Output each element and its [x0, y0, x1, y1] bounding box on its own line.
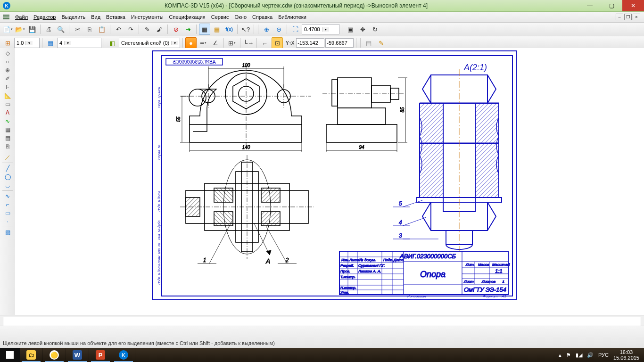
copy-props-button[interactable]: 🖌 [154, 24, 165, 35]
menu-help[interactable]: Справка [249, 13, 275, 21]
snap-button[interactable]: ⊞ [2, 37, 13, 49]
system-tray: ▴ ⚑ ▮◢ 🔊 РУС 16:0315.06.2015 [554, 349, 644, 361]
vt-geometry[interactable]: ◇ [2, 49, 13, 58]
vt-aux[interactable]: ╱ [2, 164, 13, 173]
help-cursor-button[interactable]: ↖? [240, 24, 251, 35]
paste-button[interactable]: 📋 [96, 24, 107, 35]
mdi-restore[interactable]: ❐ [624, 14, 632, 20]
command-input[interactable] [3, 317, 641, 326]
svg-text:55: 55 [176, 116, 181, 122]
tray-flag-icon[interactable]: ⚑ [566, 352, 571, 358]
vt-report[interactable]: ▤ [2, 134, 13, 142]
grid-button[interactable]: ⊞▾ [226, 37, 238, 49]
menu-spec[interactable]: Спецификация [166, 13, 208, 21]
task-kompas[interactable]: K [112, 348, 135, 362]
menu-view[interactable]: Вид [88, 13, 103, 21]
vt-select[interactable]: ▭ [2, 100, 13, 108]
svg-text:Изм.: Изм. [341, 258, 349, 262]
open-button[interactable]: 📂▾ [14, 24, 25, 35]
new-button[interactable]: 📄▾ [2, 24, 13, 35]
preview-button[interactable]: 🔍 [55, 24, 66, 35]
vt-assoc[interactable]: ∿ [2, 117, 13, 125]
zoom-in-button[interactable]: ⊕ [261, 24, 272, 35]
cancel-button[interactable]: ⊘ [170, 24, 182, 35]
tray-clock[interactable]: 16:0315.06.2015 [613, 349, 639, 361]
menu-tools[interactable]: Инструменты [128, 13, 166, 21]
vt-circle[interactable]: ◯ [2, 173, 13, 181]
zoom-fit-button[interactable]: ⛶ [289, 24, 301, 35]
pan-button[interactable]: ✥ [357, 24, 368, 35]
cut-button[interactable]: ✂ [72, 24, 83, 35]
vt-line[interactable]: ／ [2, 153, 13, 162]
task-powerpoint[interactable]: P [89, 348, 112, 362]
vt-rect[interactable]: ▭ [2, 209, 13, 217]
vt-dimensions[interactable]: ↔ [2, 58, 13, 66]
fx-button[interactable]: f(x) [223, 24, 235, 35]
line-style-button[interactable]: ━▾ [198, 37, 209, 49]
maximize-button[interactable]: ▢ [601, 0, 622, 11]
close-button[interactable]: ✕ [622, 0, 644, 11]
redraw-button[interactable]: ↻ [369, 24, 380, 35]
perp-button[interactable]: ⌐ [259, 37, 271, 49]
task-word[interactable]: W [66, 348, 89, 362]
zoom-combo[interactable]: 0.4708▾ [302, 24, 339, 34]
vt-chamfer[interactable]: ⌐ [2, 200, 13, 209]
round-button[interactable]: ⊡ [272, 37, 283, 49]
ortho-button[interactable]: ● [185, 37, 197, 49]
undo-button[interactable]: ↶ [113, 24, 124, 35]
print-button[interactable]: 🖨 [43, 24, 54, 35]
vt-measure[interactable]: 📐 [2, 91, 13, 100]
minimize-button[interactable]: — [579, 0, 601, 11]
svg-text:85: 85 [400, 107, 405, 113]
properties-button[interactable]: ✎ [141, 24, 153, 35]
drawing-canvas[interactable]: АВИГ.023000000СБ [15, 48, 644, 316]
vt-symbols[interactable]: ⊕ [2, 66, 13, 74]
start-button[interactable] [0, 348, 20, 362]
vt-edit[interactable]: ✐ [2, 74, 13, 83]
task-explorer[interactable]: 🗂 [20, 348, 43, 362]
redo-button[interactable]: ↷ [125, 24, 136, 35]
lcs-button[interactable]: └→ [243, 37, 254, 49]
app-menu-icon[interactable] [2, 14, 10, 20]
window-title: КОМПАС-3D V15 (x64) - [Сборочный чертеж.… [13, 2, 579, 9]
vt-point[interactable]: · [2, 217, 13, 226]
vt-arc[interactable]: ◡ [2, 181, 13, 189]
step-combo[interactable]: 1.0▾ [14, 38, 40, 48]
vt-spline[interactable]: ∿ [2, 192, 13, 200]
layer-combo[interactable]: Системный слой (0)▾ [119, 38, 180, 48]
layer-num-combo[interactable]: 4▾ [57, 38, 101, 48]
library-button[interactable]: ▤ [211, 24, 223, 35]
zoom-extents-button[interactable]: ▣ [345, 24, 356, 35]
angle-snap-button[interactable]: ∠ [210, 37, 221, 49]
spec-edit-button[interactable]: ✎ [375, 37, 387, 49]
vt-insert[interactable]: ⎘ [2, 142, 13, 151]
menu-window[interactable]: Окно [231, 13, 249, 21]
coord-y-input[interactable] [325, 38, 354, 48]
apply-button[interactable]: ➔ [182, 24, 194, 35]
menu-service[interactable]: Сервис [208, 13, 232, 21]
copy-button[interactable]: ⎘ [84, 24, 95, 35]
menu-file[interactable]: Файл [12, 13, 31, 21]
mdi-close[interactable]: × [633, 14, 640, 20]
vt-hatch[interactable]: ▨ [2, 228, 13, 237]
vt-text[interactable]: A [2, 108, 13, 117]
tray-network-icon[interactable]: ▮◢ [576, 352, 582, 358]
mdi-minimize[interactable]: – [616, 14, 623, 20]
vt-params[interactable]: f▫ [2, 83, 13, 91]
spec-object-button[interactable]: ▤ [363, 37, 374, 49]
zoom-out-button[interactable]: ⊖ [273, 24, 284, 35]
tray-lang[interactable]: РУС [598, 352, 609, 358]
menu-libs[interactable]: Библиотеки [275, 13, 309, 21]
layers-button[interactable]: ▦ [45, 37, 56, 49]
menu-select[interactable]: Выделить [58, 13, 88, 21]
task-chrome[interactable]: 🟡 [43, 348, 66, 362]
menu-editor[interactable]: Редактор [31, 13, 58, 21]
layer-state-button[interactable]: ◧ [107, 37, 118, 49]
tray-up-icon[interactable]: ▴ [559, 352, 561, 358]
save-button[interactable]: 💾 [26, 24, 38, 35]
vt-spec[interactable]: ▦ [2, 125, 13, 134]
coord-x-input[interactable] [296, 38, 324, 48]
variables-button[interactable]: ▦ [199, 24, 210, 35]
tray-volume-icon[interactable]: 🔊 [587, 352, 594, 358]
menu-insert[interactable]: Вставка [103, 13, 128, 21]
